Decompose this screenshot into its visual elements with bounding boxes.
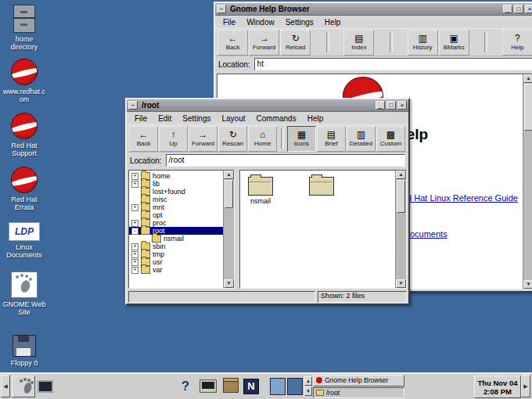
panel-hide-right-arrow-icon[interactable]: ▶ xyxy=(521,375,530,397)
toolbar-button[interactable] xyxy=(279,127,286,151)
toolbar-button[interactable]: ↑ Up xyxy=(159,126,188,152)
location-input[interactable]: ht xyxy=(254,58,532,70)
toolbar-button[interactable]: ⌂ Home xyxy=(248,126,277,152)
scrollbar-thumb[interactable] xyxy=(397,180,405,213)
minimize-button[interactable]: _ xyxy=(376,101,385,110)
console-applet[interactable] xyxy=(38,376,53,397)
terminal-launcher[interactable] xyxy=(199,376,217,397)
desktop-icon[interactable]: Floppy 0 xyxy=(2,335,46,367)
tree-row[interactable]: - root xyxy=(129,227,226,235)
files-scrollbar[interactable]: ▲ ▼ xyxy=(395,171,406,288)
scrollbar-thumb[interactable] xyxy=(225,180,233,208)
close-button[interactable]: × xyxy=(525,5,532,13)
toolbar-button[interactable]: ← Back xyxy=(217,30,248,56)
help-scrollbar[interactable]: ▲ ▼ xyxy=(523,74,532,289)
desktop-icon[interactable]: Red Hat Errata xyxy=(2,167,46,211)
pager-desktop-2[interactable] xyxy=(287,378,303,395)
scroll-up-icon[interactable]: ▲ xyxy=(224,171,234,179)
scrollbar-track[interactable] xyxy=(396,214,406,279)
file-icon[interactable] xyxy=(301,177,342,205)
scroll-up-icon[interactable]: ▲ xyxy=(523,74,532,83)
task-button[interactable]: /root xyxy=(313,387,404,399)
toolbar-button[interactable]: ▥ History xyxy=(408,30,438,56)
maximize-button[interactable]: □ xyxy=(386,101,396,110)
panel-hide-left-arrow-icon[interactable]: ◀ xyxy=(1,375,10,397)
menu-item[interactable]: Help xyxy=(319,17,347,27)
toolbar-button[interactable] xyxy=(472,31,501,55)
toolbar-button[interactable]: ▦ Icons xyxy=(287,126,316,152)
netscape-launcher[interactable]: N xyxy=(243,376,260,397)
scrollbar-track[interactable] xyxy=(523,131,532,280)
scroll-up-icon[interactable]: ▲ xyxy=(396,171,406,179)
menu-item[interactable]: Edit xyxy=(153,113,177,124)
scroll-down-icon[interactable]: ▼ xyxy=(523,280,532,289)
ldp-logo-text xyxy=(14,5,34,32)
window-menu-button[interactable]: − xyxy=(217,5,226,13)
tree-expander-icon[interactable]: + xyxy=(131,267,138,274)
close-button[interactable]: × xyxy=(397,101,407,110)
clock-applet[interactable]: Thu Nov 04 2:08 PM xyxy=(474,376,521,398)
fm-titlebar[interactable]: − /root _ □ × xyxy=(127,99,408,112)
toolbar-button[interactable]: ↻ Reload xyxy=(280,30,311,56)
menu-item[interactable]: Commands xyxy=(251,113,302,124)
task-button[interactable]: Gnome Help Browser xyxy=(313,375,404,386)
toolbar-button[interactable]: ← Back xyxy=(129,126,158,152)
minimize-button[interactable]: _ xyxy=(503,5,512,13)
menu-item[interactable]: File xyxy=(217,17,241,27)
toolbar-button[interactable] xyxy=(313,31,342,55)
tree-row[interactable]: + var xyxy=(129,266,224,274)
tree-expander-icon[interactable]: + xyxy=(131,251,138,258)
location-input[interactable]: /root xyxy=(166,154,405,167)
help-titlebar[interactable]: − Gnome Help Browser _ □ × xyxy=(215,3,532,16)
toolbar-button[interactable]: → Forward xyxy=(249,30,279,56)
toolbar-button[interactable]: → Forward xyxy=(189,126,217,152)
desktop-icon[interactable]: www.redhat.com xyxy=(2,59,46,103)
tree-expander-icon[interactable]: + xyxy=(131,173,138,180)
help-launcher[interactable]: ? xyxy=(177,376,194,397)
toolbar-button[interactable]: ▩ Custom xyxy=(376,126,405,152)
toolbar-button[interactable] xyxy=(376,31,405,55)
toolbar-button[interactable]: ▤ Index xyxy=(343,30,374,56)
tree-scrollbar[interactable]: ▲ ▼ xyxy=(223,171,234,288)
menu-item[interactable]: Help xyxy=(302,113,329,124)
scroll-down-icon[interactable]: ▼ xyxy=(396,279,406,288)
location-label: Location: xyxy=(218,60,250,69)
scroll-down-icon[interactable]: ▼ xyxy=(224,279,234,288)
file-icon[interactable]: nsmail xyxy=(240,177,281,205)
documents-link[interactable]: Documents xyxy=(404,229,448,239)
toolbar-button[interactable]: ▤ Brief xyxy=(317,126,346,152)
reference-guide-link[interactable]: Red Hat Linux Reference Guide xyxy=(396,193,518,203)
toolbar-button[interactable]: ↻ Rescan xyxy=(218,126,247,152)
toolbar-button[interactable]: ▣ BMarks xyxy=(439,30,469,56)
main-menu-button[interactable] xyxy=(12,376,35,397)
desk-guide-pager[interactable] xyxy=(270,376,303,397)
maximize-button[interactable]: □ xyxy=(514,5,523,13)
scroll-up-icon[interactable]: ▲ xyxy=(304,376,312,386)
desktop-icon[interactable]: home directory xyxy=(2,5,46,51)
control-center-launcher[interactable] xyxy=(222,376,239,397)
menu-item[interactable]: Layout xyxy=(217,113,251,124)
toolbar-button[interactable]: ▥ Detailed xyxy=(347,126,376,152)
tree-expander-icon[interactable]: + xyxy=(131,220,138,227)
menu-item[interactable]: Window xyxy=(241,17,280,27)
scrollbar-thumb[interactable] xyxy=(524,84,532,131)
tree-expander-icon[interactable]: - xyxy=(131,228,138,235)
scroll-down-icon[interactable]: ▼ xyxy=(304,386,312,396)
tree-expander-icon[interactable]: + xyxy=(131,204,138,211)
toolbar-button[interactable]: ? Help xyxy=(502,30,532,56)
tree-expander-icon[interactable]: + xyxy=(131,259,138,266)
tree-expander-icon[interactable]: + xyxy=(131,181,138,188)
menu-item[interactable]: Settings xyxy=(177,113,216,124)
window-menu-button[interactable]: − xyxy=(128,101,138,110)
menu-item[interactable]: Settings xyxy=(280,17,319,27)
menu-item[interactable]: File xyxy=(129,113,153,124)
desktop-icon[interactable]: GNOME Web Site xyxy=(2,271,46,316)
ldp-logo-text xyxy=(13,336,35,356)
desktop-icon-image xyxy=(13,335,36,357)
desktop-icon[interactable]: Red Hat Support xyxy=(2,113,46,157)
tree-expander-icon[interactable]: + xyxy=(131,243,138,250)
desktop-icon[interactable]: LDP Linux Documents xyxy=(2,222,46,259)
pager-desktop-1[interactable] xyxy=(270,378,286,395)
file-manager-window[interactable]: − /root _ □ × File Edit Settings Layout … xyxy=(125,98,410,305)
scrollbar-track[interactable] xyxy=(224,209,234,279)
